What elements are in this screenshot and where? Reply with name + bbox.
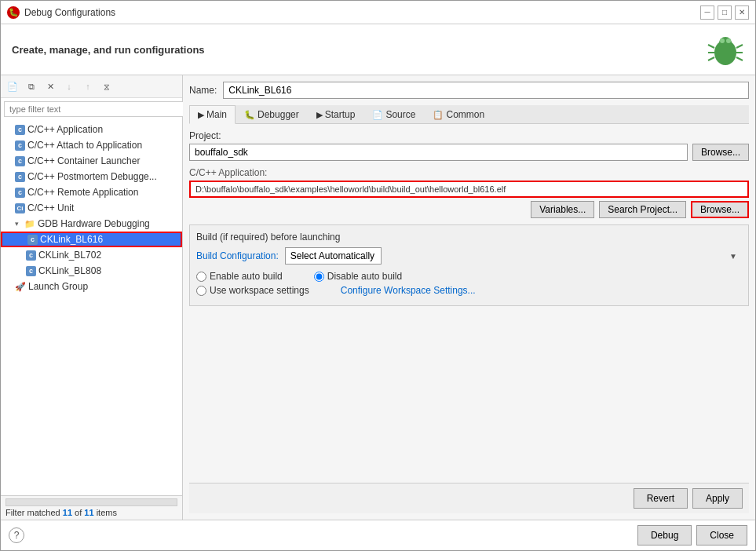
svg-line-7 [736,57,743,60]
config-name-input[interactable] [223,82,749,99]
tree-item-label: C/C++ Application [27,124,103,135]
c-icon: c [15,125,25,135]
tree-item-label: CKLink_BL702 [38,250,101,261]
left-toolbar: 📄 ⧉ ✕ ↓ ↑ ⧖ [1,75,182,98]
tree-item-label: C/C++ Attach to Application [27,140,142,151]
close-button[interactable]: Close [696,525,747,546]
revert-apply-buttons: Revert Apply [634,488,743,509]
left-bottom-bar: Filter matched 11 of 11 items [1,495,182,520]
main-content: 📄 ⧉ ✕ ↓ ↑ ⧖ c C/C++ Application c C/C++ … [1,75,755,520]
tab-debugger[interactable]: 🐛 Debugger [236,105,308,123]
c-icon: c [26,266,36,276]
config-tree: c C/C++ Application c C/C++ Attach to Ap… [1,120,182,495]
project-field-group: Project: Browse... [189,130,749,161]
disable-auto-build-radio[interactable]: Disable auto build [314,271,402,282]
tab-source[interactable]: 📄 Source [363,105,424,123]
new-config-button[interactable]: 📄 [4,78,21,95]
help-button[interactable]: ? [9,527,24,543]
tab-main[interactable]: ▶ Main [189,105,236,124]
header-area: Create, manage, and run configurations [1,24,755,75]
main-tab-content: Project: Browse... C/C++ Application: Va… [189,130,749,483]
enable-auto-build-radio[interactable]: Enable auto build [196,271,283,282]
tree-item-gdb-hardware[interactable]: ▾ 📁 GDB Hardware Debugging [1,216,182,232]
delete-config-button[interactable]: ✕ [42,78,59,95]
revert-apply-bar: Revert Apply [189,483,749,513]
revert-button[interactable]: Revert [634,488,688,509]
enable-auto-build-input[interactable] [196,272,206,282]
svg-point-1 [719,37,732,49]
tree-item-cklink-bl702[interactable]: c CKLink_BL702 [1,247,182,263]
app-browse-button[interactable]: Browse... [691,201,749,218]
select-arrow-icon: ▼ [729,252,737,261]
app-icon: 🐛 [7,6,20,19]
close-window-button[interactable]: ✕ [735,5,749,20]
c-icon: c [15,156,25,166]
minimize-button[interactable]: ─ [700,5,714,20]
tree-item-label: GDB Hardware Debugging [38,218,150,229]
filter-configs-button[interactable]: ⧖ [98,78,115,95]
build-section: Build (if required) before launching Bui… [189,224,749,306]
project-field-row: Browse... [189,144,749,161]
name-row: Name: [189,82,749,99]
project-label: Project: [189,130,749,141]
project-input[interactable] [189,144,688,161]
disable-auto-build-input[interactable] [314,272,324,282]
header-title: Create, manage, and run configurations [12,44,205,56]
radio-row-2: Use workspace settings Configure Workspa… [196,285,742,296]
app-buttons-row: Variables... Search Project... Browse... [189,201,749,218]
search-project-button[interactable]: Search Project... [599,201,686,218]
app-path-input[interactable] [189,181,749,198]
tab-startup[interactable]: ▶ Startup [308,105,364,123]
export-button[interactable]: ↓ [60,78,78,95]
tree-item-launch-group[interactable]: 🚀 Launch Group [1,279,182,294]
variables-button[interactable]: Variables... [531,201,594,218]
svg-point-9 [726,38,731,43]
left-panel: 📄 ⧉ ✕ ↓ ↑ ⧖ c C/C++ Application c C/C++ … [1,75,183,520]
use-workspace-radio[interactable]: Use workspace settings [196,285,309,296]
debug-button[interactable]: Debug [637,525,692,546]
use-workspace-input[interactable] [196,286,206,296]
tab-common[interactable]: 📋 Common [424,105,493,123]
c-icon-selected: c [27,235,38,245]
name-label: Name: [189,85,217,96]
right-panel: Name: ▶ Main 🐛 Debugger ▶ Startup 📄 [183,75,755,520]
tree-item-cpp-attach[interactable]: c C/C++ Attach to Application [1,137,182,153]
tree-item-cpp-container[interactable]: c C/C++ Container Launcher [1,153,182,169]
tree-item-cpp-unit[interactable]: Ci C/C++ Unit [1,200,182,216]
bug-logo-icon [707,31,744,68]
footer: ? Debug Close [1,520,755,550]
gdb-folder-icon: 📁 [24,219,35,229]
tree-item-label: CKLink_BL616 [40,234,103,245]
tree-item-cklink-bl616[interactable]: c CKLink_BL616 [1,232,182,247]
duplicate-config-button[interactable]: ⧉ [23,78,40,95]
build-config-label: Build Configuration: [196,250,279,261]
tree-item-cpp-postmortem[interactable]: c C/C++ Postmortem Debugge... [1,169,182,184]
import-button[interactable]: ↑ [79,78,97,95]
apply-button[interactable]: Apply [692,488,743,509]
project-browse-button[interactable]: Browse... [692,144,749,161]
c-icon: c [15,172,25,182]
tree-item-label: C/C++ Unit [27,203,74,213]
c-icon: c [15,188,25,198]
tabs-row: ▶ Main 🐛 Debugger ▶ Startup 📄 Source 📋 [189,105,749,124]
svg-point-8 [720,38,725,43]
build-config-select-wrapper: Select Automatically ▼ [285,247,742,265]
tree-item-cklink-bl808[interactable]: c CKLink_BL808 [1,263,182,279]
filter-search-input[interactable] [4,101,185,117]
svg-line-4 [708,57,714,60]
tree-item-cpp-app[interactable]: c C/C++ Application [1,122,182,137]
build-section-title: Build (if required) before launching [196,232,742,243]
configure-workspace-link[interactable]: Configure Workspace Settings... [341,285,476,296]
window-controls: ─ □ ✕ [700,5,749,20]
build-config-select[interactable]: Select Automatically [285,247,382,265]
horizontal-scrollbar[interactable] [5,498,177,506]
app-section-label: C/C++ Application: [189,167,749,178]
maximize-button[interactable]: □ [718,5,732,20]
ci-icon: Ci [15,203,25,213]
launch-icon: 🚀 [15,282,26,292]
footer-buttons: Debug Close [637,525,747,546]
common-tab-icon: 📋 [433,110,444,120]
app-field-row [189,181,749,198]
tree-item-label: C/C++ Remote Application [27,187,138,198]
tree-item-cpp-remote[interactable]: c C/C++ Remote Application [1,184,182,200]
